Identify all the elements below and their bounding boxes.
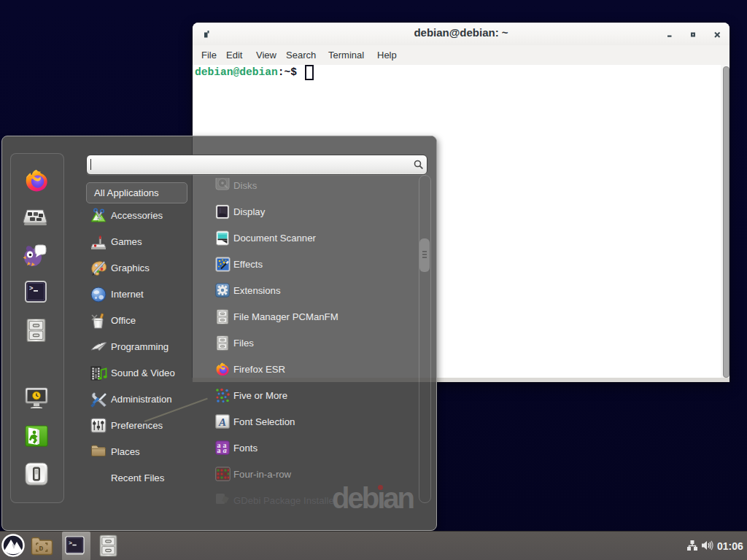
svg-text:A: A: [218, 416, 226, 428]
svg-text:a: a: [217, 446, 221, 454]
svg-text:>: >: [69, 540, 72, 546]
svg-text:>: >: [29, 285, 33, 292]
svg-text:a: a: [223, 446, 227, 454]
svg-text:D: D: [39, 545, 44, 553]
